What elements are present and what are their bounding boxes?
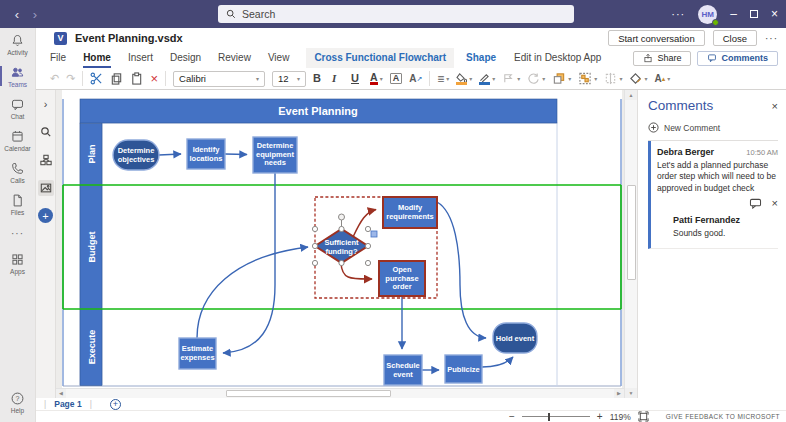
comment-thread[interactable]: Debra Berger 10:50 AM Let's add a planne… bbox=[648, 141, 778, 249]
underline-button[interactable]: U bbox=[351, 73, 363, 84]
new-comment-button[interactable]: New Comment bbox=[648, 122, 778, 141]
copy-button[interactable] bbox=[110, 72, 123, 85]
scroll-left-icon[interactable]: ◀ bbox=[56, 389, 66, 398]
lane-header-plan[interactable]: Plan bbox=[80, 124, 102, 185]
header-more-icon[interactable]: ··· bbox=[765, 33, 778, 44]
text-block-button[interactable]: A bbox=[390, 73, 403, 84]
font-size-select[interactable]: 12 ▾ bbox=[272, 71, 306, 87]
sidebar-item-help[interactable]: ? Help bbox=[0, 386, 36, 422]
group-button[interactable]: ▾ bbox=[578, 72, 597, 85]
zoom-level[interactable]: 119% bbox=[610, 412, 631, 422]
search-input[interactable]: Search bbox=[218, 5, 574, 23]
feedback-link[interactable]: GIVE FEEDBACK TO MICROSOFT bbox=[666, 413, 780, 420]
node-determine-objectives[interactable]: Determine objectives bbox=[113, 140, 159, 170]
change-text-button[interactable]: A▴▾ bbox=[654, 74, 670, 84]
expand-panel-chevron-icon[interactable]: › bbox=[38, 96, 54, 112]
lane-header-execute[interactable]: Execute bbox=[80, 310, 102, 386]
vertical-scrollbar[interactable]: ▲ ▼ bbox=[624, 90, 637, 398]
delete-button[interactable]: × bbox=[150, 72, 158, 85]
sidebar-item-activity[interactable]: Activity bbox=[0, 28, 36, 60]
share-button[interactable]: Share bbox=[633, 51, 691, 66]
sidebar-item-calls[interactable]: Calls bbox=[0, 156, 36, 188]
cut-button[interactable] bbox=[90, 72, 103, 85]
reply-icon[interactable] bbox=[749, 198, 762, 209]
edge-modify-hold[interactable] bbox=[437, 202, 486, 338]
scroll-down-icon[interactable]: ▼ bbox=[625, 388, 637, 398]
zoom-slider[interactable] bbox=[522, 412, 590, 422]
horizontal-scrollbar[interactable]: ◀ ▶ bbox=[56, 388, 624, 398]
edge-locations-equipment[interactable] bbox=[225, 154, 247, 155]
page-tab[interactable]: Page 1 bbox=[54, 399, 81, 409]
comments-button[interactable]: Comments bbox=[697, 51, 778, 66]
node-modify-requirements[interactable]: Modify requirements bbox=[383, 197, 437, 228]
font-color-button[interactable]: A▾ bbox=[370, 72, 383, 86]
flowchart-title-band[interactable]: Event Planning bbox=[80, 99, 557, 123]
images-stencil-icon[interactable] bbox=[38, 180, 54, 196]
node-schedule-event[interactable]: Schedule event bbox=[384, 355, 422, 385]
sidebar-item-apps[interactable]: Apps bbox=[0, 247, 36, 279]
zoom-in-button[interactable]: + bbox=[597, 412, 603, 422]
comment-reply[interactable]: Patti Fernandez Sounds good. bbox=[673, 215, 778, 239]
tab-view[interactable]: View bbox=[268, 48, 290, 68]
add-page-button[interactable]: + bbox=[110, 399, 121, 410]
close-comments-icon[interactable]: × bbox=[772, 100, 778, 112]
scroll-up-icon[interactable]: ▲ bbox=[625, 90, 637, 100]
align-text-button[interactable]: ≡▾ bbox=[437, 73, 449, 85]
sidebar-item-files[interactable]: Files bbox=[0, 188, 36, 220]
avatar[interactable]: HM bbox=[698, 5, 717, 24]
node-hold-event[interactable]: Hold event bbox=[493, 323, 537, 353]
tab-review[interactable]: Review bbox=[218, 48, 251, 68]
start-conversation-button[interactable]: Start conversation bbox=[608, 30, 705, 46]
paste-button[interactable] bbox=[130, 72, 143, 85]
maximize-button[interactable] bbox=[750, 8, 758, 20]
italic-button[interactable]: I bbox=[332, 73, 344, 84]
change-shape-button[interactable]: ▾ bbox=[629, 72, 647, 85]
undo-button[interactable]: ↶ bbox=[50, 73, 59, 84]
tab-file[interactable]: File bbox=[50, 48, 66, 68]
zoom-slider-thumb[interactable] bbox=[548, 413, 551, 421]
bring-to-front-button[interactable]: ▾ bbox=[552, 72, 571, 85]
tab-insert[interactable]: Insert bbox=[128, 48, 153, 68]
node-identify-locations[interactable]: Identify locations bbox=[187, 139, 225, 169]
rotate-button[interactable]: ▾ bbox=[527, 72, 545, 85]
add-shape-button[interactable]: + bbox=[38, 208, 53, 223]
line-color-button[interactable]: ▾ bbox=[479, 73, 495, 85]
titlebar-more-icon[interactable]: ··· bbox=[671, 8, 685, 20]
drawing-canvas[interactable]: Event Planning Plan Budget Execute bbox=[56, 90, 624, 398]
tab-design[interactable]: Design bbox=[170, 48, 201, 68]
hscroll-thumb[interactable] bbox=[226, 390, 391, 397]
node-publicize[interactable]: Publicize bbox=[445, 355, 482, 383]
font-name-select[interactable]: Calibri ▾ bbox=[173, 71, 265, 87]
scroll-right-icon[interactable]: ▶ bbox=[614, 389, 624, 398]
node-sufficient-funding[interactable]: Sufficient funding? bbox=[315, 229, 368, 263]
rotation-handle[interactable] bbox=[339, 214, 345, 220]
sidebar-item-calendar[interactable]: Calendar bbox=[0, 124, 36, 156]
back-button[interactable]: ‹ bbox=[8, 7, 26, 22]
delete-comment-icon[interactable]: × bbox=[772, 198, 778, 209]
fit-to-window-button[interactable] bbox=[638, 408, 649, 422]
grow-font-button[interactable]: A↗ bbox=[409, 74, 422, 84]
vscroll-thumb[interactable] bbox=[627, 185, 636, 280]
tab-home[interactable]: Home bbox=[83, 48, 111, 68]
rail-more-apps-icon[interactable]: ··· bbox=[11, 220, 24, 247]
sidebar-item-chat[interactable]: Chat bbox=[0, 92, 36, 124]
minimize-button[interactable]: – bbox=[730, 8, 737, 20]
shapes-stencil-icon[interactable] bbox=[38, 152, 54, 168]
node-estimate-expenses[interactable]: Estimate expenses bbox=[179, 338, 216, 369]
bold-button[interactable]: B bbox=[313, 73, 325, 84]
lane-header-budget[interactable]: Budget bbox=[80, 186, 102, 309]
search-shapes-icon[interactable] bbox=[38, 124, 54, 140]
zoom-out-button[interactable]: − bbox=[509, 412, 515, 422]
edge-objectives-locations[interactable] bbox=[159, 154, 181, 155]
close-file-button[interactable]: Close bbox=[713, 30, 757, 46]
node-open-purchase-order[interactable]: Open purchase order bbox=[379, 261, 425, 296]
sidebar-item-teams[interactable]: Teams bbox=[0, 60, 36, 92]
forward-button[interactable]: › bbox=[26, 7, 44, 22]
tab-edit-in-desktop-app[interactable]: Edit in Desktop App bbox=[514, 48, 601, 68]
redo-button[interactable]: ↷ bbox=[66, 73, 75, 84]
edge-estimate-funding[interactable] bbox=[197, 247, 308, 338]
close-window-button[interactable]: × bbox=[771, 8, 778, 20]
position-button[interactable]: ▾ bbox=[502, 72, 520, 85]
node-determine-equipment-needs[interactable]: Determine equipment needs bbox=[253, 137, 297, 173]
tab-shape[interactable]: Shape bbox=[458, 48, 504, 68]
